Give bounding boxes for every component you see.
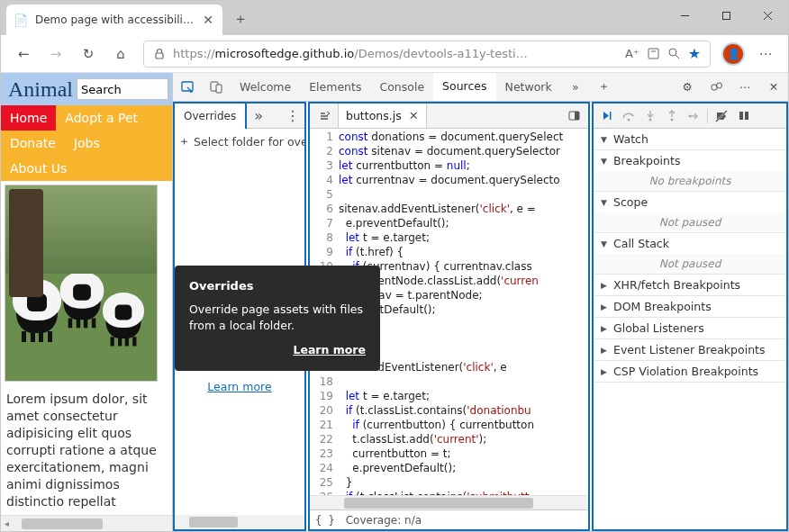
dbg-section-scope[interactable]: ▼ScopeNot paused [594, 192, 786, 233]
tab-elements[interactable]: Elements [300, 73, 370, 101]
tab-welcome[interactable]: Welcome [231, 73, 300, 101]
nav-kebab-icon[interactable]: ⋮ [281, 104, 304, 128]
file-nav-icon[interactable] [310, 104, 339, 128]
svg-rect-15 [575, 112, 579, 120]
tab-title: Demo page with accessibility iss… [35, 14, 195, 26]
page-header: Animal [1, 73, 172, 105]
profile-button[interactable]: 👤 [718, 39, 748, 69]
page-preview: Animal HomeAdopt a PetDonateJobsAbout Us… [1, 73, 172, 531]
site-title: Animal [5, 77, 77, 102]
disclosure-icon: ▼ [601, 198, 610, 207]
editor-footer: { } Coverage: n/a [310, 509, 588, 529]
minimize-button[interactable] [664, 1, 705, 30]
browser-tab[interactable]: 📄 Demo page with accessibility iss… ✕ [6, 5, 222, 35]
resume-icon[interactable] [597, 106, 617, 126]
tooltip-title: Overrides [189, 278, 366, 294]
search-input[interactable] [77, 78, 168, 100]
close-tab-icon[interactable]: ✕ [203, 13, 213, 27]
favicon-icon: 📄 [14, 13, 28, 27]
title-bar: 📄 Demo page with accessibility iss… ✕ ＋ [1, 1, 788, 35]
section-label: Call Stack [613, 237, 669, 250]
learn-more-link[interactable]: Learn more [175, 380, 304, 393]
dbg-section-global-listeners[interactable]: ▶Global Listeners [594, 318, 786, 339]
nav-about-us[interactable]: About Us [1, 156, 76, 181]
page-nav: HomeAdopt a PetDonateJobsAbout Us [1, 105, 172, 181]
inspect-icon[interactable] [173, 73, 202, 101]
dbg-section-breakpoints[interactable]: ▼BreakpointsNo breakpoints [594, 150, 786, 192]
tab-network[interactable]: Network [496, 73, 561, 101]
toggle-preview-icon[interactable] [559, 104, 588, 128]
home-button[interactable]: ⌂ [105, 39, 136, 69]
menu-button[interactable]: ⋯ [750, 39, 781, 69]
overrides-tab[interactable]: Overrides [173, 102, 247, 129]
nav-more-icon[interactable]: » [247, 104, 270, 128]
read-aloud-icon[interactable]: A⁺ [625, 47, 639, 60]
zoom-icon[interactable] [667, 47, 681, 60]
kebab-icon[interactable]: ⋯ [730, 73, 759, 101]
section-body: Not paused [594, 254, 786, 274]
collections-icon[interactable] [647, 47, 660, 60]
dbg-section-call-stack[interactable]: ▼Call StackNot paused [594, 233, 786, 275]
dbg-section-event-listener-breakpoints[interactable]: ▶Event Listener Breakpoints [594, 339, 786, 361]
section-label: Event Listener Breakpoints [613, 343, 765, 356]
svg-point-21 [671, 119, 674, 122]
pretty-print-icon[interactable]: { } [315, 514, 335, 527]
back-button[interactable]: ← [8, 39, 39, 69]
maximize-button[interactable] [705, 1, 747, 30]
section-body: No breakpoints [594, 171, 786, 191]
pause-exceptions-icon[interactable] [733, 106, 753, 126]
step-out-icon[interactable] [662, 106, 682, 126]
deactivate-bp-icon[interactable] [712, 106, 731, 126]
step-over-icon[interactable] [619, 106, 639, 126]
step-icon[interactable] [684, 106, 703, 126]
dbg-section-watch[interactable]: ▼Watch [594, 129, 786, 150]
tab-sources[interactable]: Sources [433, 73, 495, 101]
dbg-section-dom-breakpoints[interactable]: ▶DOM Breakpoints [594, 296, 786, 318]
svg-point-23 [688, 114, 691, 117]
dbg-section-xhr-fetch-breakpoints[interactable]: ▶XHR/fetch Breakpoints [594, 275, 786, 296]
section-label: Global Listeners [613, 321, 704, 335]
tab-console[interactable]: Console [370, 73, 433, 101]
close-file-icon[interactable]: ✕ [409, 109, 419, 122]
close-devtools-icon[interactable]: ✕ [759, 73, 788, 101]
new-tool-icon[interactable]: ＋ [590, 73, 619, 101]
settings-icon[interactable]: ⚙ [673, 73, 702, 101]
new-tab-button[interactable]: ＋ [226, 5, 255, 33]
debug-toolbar [594, 104, 786, 129]
address-bar[interactable]: https://microsoftedge.github.io/Demos/de… [143, 41, 711, 68]
device-icon[interactable] [202, 73, 231, 101]
file-tab[interactable]: buttons.js ✕ [339, 104, 427, 128]
section-label: Scope [613, 195, 648, 209]
section-label: CSP Violation Breakpoints [613, 365, 758, 378]
nav-donate[interactable]: Donate [1, 131, 65, 156]
dbg-section-csp-violation-breakpoints[interactable]: ▶CSP Violation Breakpoints [594, 361, 786, 383]
editor-scrollbar[interactable] [310, 495, 588, 509]
sources-navigator: Overrides » ⋮ ＋ Select folder for overr … [173, 102, 306, 531]
debugger-pane: ▼Watch▼BreakpointsNo breakpoints▼ScopeNo… [592, 102, 788, 531]
browser-toolbar: ← → ↻ ⌂ https://microsoftedge.github.io/… [1, 35, 788, 73]
page-scrollbar[interactable]: ◂ [1, 515, 172, 531]
select-folder-button[interactable]: ＋ Select folder for overr [175, 129, 304, 155]
favorite-icon[interactable]: ★ [688, 45, 701, 62]
section-body: Not paused [594, 212, 786, 232]
step-into-icon[interactable] [640, 106, 660, 126]
more-tabs-icon[interactable]: » [561, 73, 590, 101]
nav-jobs[interactable]: Jobs [65, 131, 109, 156]
forward-button[interactable]: → [41, 39, 71, 69]
nav-adopt-a-pet[interactable]: Adopt a Pet [56, 105, 147, 131]
disclosure-icon: ▼ [601, 239, 610, 248]
tooltip-learn-more-link[interactable]: Learn more [189, 342, 366, 358]
nav-scrollbar[interactable] [175, 515, 304, 529]
lorem-text: Lorem ipsum dolor, sit amet consectetur … [1, 385, 172, 515]
svg-rect-5 [648, 49, 658, 59]
tooltip-body: Override page assets with files from a l… [189, 302, 366, 333]
reload-button[interactable]: ↻ [73, 39, 104, 69]
svg-point-17 [628, 118, 630, 121]
content-area: Animal HomeAdopt a PetDonateJobsAbout Us… [1, 73, 788, 531]
section-label: DOM Breakpoints [613, 300, 712, 313]
disclosure-icon: ▶ [601, 281, 610, 290]
close-window-button[interactable] [747, 1, 788, 30]
plus-icon: ＋ [178, 134, 190, 149]
issues-icon[interactable] [702, 73, 730, 101]
nav-home[interactable]: Home [1, 105, 56, 131]
